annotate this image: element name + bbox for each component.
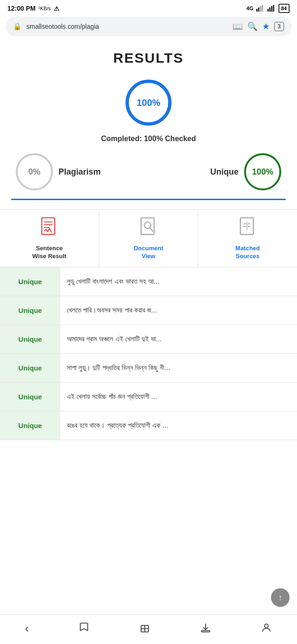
download-nav-icon[interactable] [200, 622, 211, 635]
unique-badge-6: Unique [0, 411, 60, 440]
bookmarks-icon[interactable]: 📖 [232, 21, 243, 32]
result-text-5: এই খেলায় সর্বোচ্চ পাঁচ জন প্রতিযোগী ... [60, 386, 297, 407]
signal-icon [256, 5, 265, 12]
bottom-nav: ‹ [0, 614, 297, 644]
svg-rect-10 [42, 218, 55, 234]
score-row: 0% Plagiarism 100% Unique [11, 153, 286, 190]
tab-matched[interactable]: MatchedSources [198, 210, 297, 267]
result-text-3: আমাদের গ্রাম অঞ্চলে এই খেলাটি দুই ভা... [60, 328, 297, 350]
refresh-icon[interactable]: 🔍 [247, 21, 258, 32]
document-icon [139, 217, 158, 241]
progress-circle: 100% [123, 77, 174, 128]
signal-icon2 [267, 5, 276, 12]
svg-rect-6 [271, 6, 272, 12]
plagiarism-score-item: 0% Plagiarism [16, 153, 101, 190]
completed-text: Completed: 100% Checked [11, 135, 286, 143]
result-text-4: সাপা লুডু। দুটি পদ্ধতির ভিন্ন ভিন্ন কিছু… [60, 357, 297, 378]
tab-document[interactable]: DocumentView [99, 210, 199, 267]
svg-rect-0 [256, 9, 258, 12]
svg-rect-2 [260, 6, 261, 12]
svg-point-27 [265, 624, 268, 628]
lock-icon: 🔒 [13, 22, 22, 31]
unique-badge-3: Unique [0, 325, 60, 353]
status-right: 4G 84 [246, 4, 290, 13]
unique-badge-2: Unique [0, 296, 60, 325]
unique-score-value: 100% [252, 167, 273, 177]
table-row: Unique এই খেলায় সর্বোচ্চ পাঁচ জন প্রতিয… [0, 383, 297, 411]
battery-indicator: 84 [278, 4, 290, 13]
result-text-2: খেলতে পারি।অবসর সময় পার করার জ... [60, 299, 297, 321]
home-nav-icon[interactable] [139, 622, 150, 636]
svg-rect-1 [258, 7, 259, 12]
profile-nav-icon[interactable] [261, 622, 272, 635]
main-content: RESULTS 100% Completed: 100% Checked 0% … [0, 41, 297, 200]
warning-icon: ⚠ [54, 5, 59, 12]
svg-line-16 [150, 228, 153, 231]
table-row: Unique রঙের হযে থাকে। প্রত্যেক প্রতিযোগী… [0, 411, 297, 440]
result-text-6: রঙের হযে থাকে। প্রত্যেক প্রতিযোগী এক ... [60, 415, 297, 436]
svg-rect-5 [269, 7, 271, 12]
result-text-1: লুডু খেলাটি বাংলাদেশ এবং ভারত সহ আ... [60, 271, 297, 292]
results-table: Unique লুডু খেলাটি বাংলাদেশ এবং ভারত সহ … [0, 267, 297, 440]
unique-label: Unique [210, 167, 239, 177]
kb-indicator: ¹KB/s [39, 6, 51, 11]
time-display: 12:00 PM [7, 5, 36, 12]
back-button[interactable]: ‹ [25, 621, 29, 636]
table-row: Unique সাপা লুডু। দুটি পদ্ধতির ভিন্ন ভিন… [0, 354, 297, 383]
tabs-row: SentenceWise Result DocumentView Matched… [0, 209, 297, 267]
svg-rect-7 [273, 5, 274, 12]
unique-badge-4: Unique [0, 354, 60, 382]
bookmarks-nav-icon[interactable] [78, 622, 90, 636]
star-icon[interactable]: ★ [262, 21, 270, 32]
svg-rect-14 [141, 218, 154, 234]
scroll-top-button[interactable]: ↑ [271, 588, 290, 607]
tab-sentence-label: SentenceWise Result [32, 245, 67, 260]
unique-badge-1: Unique [0, 267, 60, 296]
plagiarism-label: Plagiarism [58, 167, 101, 177]
blue-divider [11, 199, 286, 200]
page-title: RESULTS [11, 50, 286, 66]
unique-score-item: 100% Unique [210, 153, 281, 190]
progress-percent: 100% [136, 98, 160, 108]
table-row: Unique লুডু খেলাটি বাংলাদেশ এবং ভারত সহ … [0, 267, 297, 296]
browser-bar[interactable]: 🔒 smallseotools.com/plagia 📖 🔍 ★ 3 [6, 17, 291, 36]
svg-rect-26 [201, 631, 210, 632]
network-type: 4G [246, 6, 253, 11]
plagiarism-circle: 0% [16, 153, 53, 190]
tab-matched-label: MatchedSources [235, 245, 260, 260]
plagiarism-score-value: 0% [28, 167, 40, 177]
url-display: smallseotools.com/plagia [26, 23, 228, 30]
unique-circle: 100% [244, 153, 281, 190]
progress-circle-container: 100% [11, 77, 286, 128]
status-time: 12:00 PM ¹KB/s ⚠ [7, 5, 59, 12]
table-row: Unique খেলতে পারি।অবসর সময় পার করার জ..… [0, 296, 297, 325]
sentence-icon [40, 217, 58, 241]
matched-icon [239, 217, 257, 241]
status-bar: 12:00 PM ¹KB/s ⚠ 4G 84 [0, 0, 297, 16]
svg-rect-4 [267, 9, 269, 12]
svg-rect-3 [262, 5, 263, 12]
unique-badge-5: Unique [0, 383, 60, 411]
tab-count[interactable]: 3 [274, 22, 284, 31]
table-row: Unique আমাদের গ্রাম অঞ্চলে এই খেলাটি দুই… [0, 325, 297, 354]
tab-document-label: DocumentView [134, 245, 163, 260]
tab-sentence[interactable]: SentenceWise Result [0, 210, 99, 267]
